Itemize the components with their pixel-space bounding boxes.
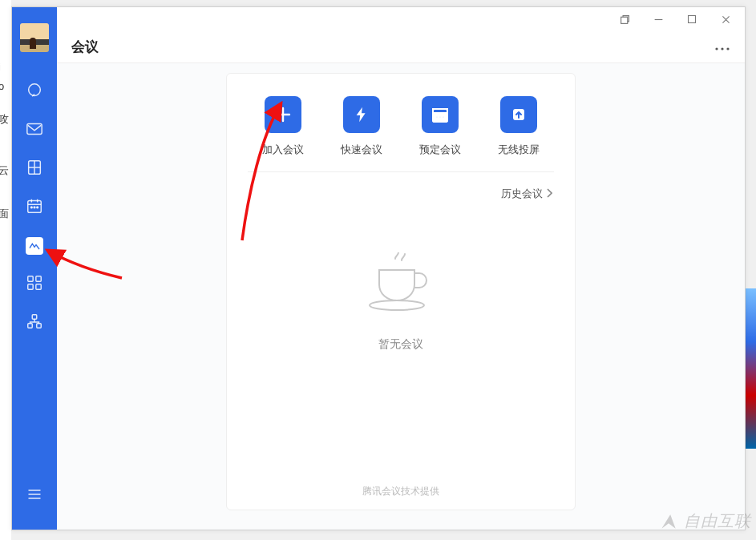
docs-icon [26,159,43,179]
cast-icon [500,96,537,133]
calendar-icon [422,96,459,133]
calendar-small-icon [26,197,43,218]
svg-rect-10 [36,284,41,289]
empty-state: 暂无会议 [249,233,552,477]
background-right-strip [746,0,756,540]
workbench-icon [26,312,43,333]
avatar[interactable] [20,23,49,52]
join-meeting-button[interactable]: 加入会议 [249,96,317,157]
sidebar-item-menu[interactable] [12,477,57,515]
main-area: 会议 加入会议 快 [57,7,745,530]
schedule-meeting-button[interactable]: 预定会议 [406,96,474,157]
sidebar-item-workbench[interactable] [12,304,57,342]
svg-point-22 [436,116,439,119]
svg-rect-12 [28,324,33,328]
sidebar-item-meeting[interactable] [12,227,57,265]
sidebar-item-apps[interactable] [12,265,57,304]
svg-rect-15 [689,16,696,23]
minimize-button[interactable] [647,10,669,28]
provider-footer: 腾讯会议技术提供 [249,477,552,498]
coffee-cup-icon [365,252,437,320]
svg-rect-13 [37,324,42,328]
maximize-button[interactable] [681,10,703,28]
content-area: 加入会议 快速会议 预定会议 [57,63,745,530]
svg-rect-8 [36,276,41,281]
svg-point-23 [439,116,442,119]
background-left-strip: i o 攻 云 面 [0,0,11,540]
action-row: 加入会议 快速会议 预定会议 [249,96,552,157]
page-title: 会议 [71,38,99,56]
quick-meeting-label: 快速会议 [341,143,382,157]
hamburger-icon [26,487,42,505]
bolt-icon [343,96,380,133]
app-window: 会议 加入会议 快 [11,6,746,530]
quick-meeting-button[interactable]: 快速会议 [328,96,395,157]
history-meetings-link[interactable]: 历史会议 [501,187,552,201]
svg-point-5 [34,207,35,208]
sidebar-item-docs[interactable] [12,150,57,188]
svg-rect-14 [621,17,627,23]
svg-point-17 [721,47,723,50]
sidebar-item-mail[interactable] [12,111,57,150]
sidebar-item-calendar[interactable] [12,188,57,227]
pop-out-button[interactable] [613,10,636,28]
wireless-cast-label: 无线投屏 [498,143,540,157]
svg-point-4 [30,207,32,208]
more-button[interactable] [714,38,730,55]
svg-point-26 [370,300,424,310]
watermark-text: 自由互联 [684,510,751,532]
meeting-icon [26,237,43,255]
sidebar [12,7,57,530]
close-button[interactable] [714,10,737,28]
svg-point-6 [37,207,38,208]
watermark: 自由互联 [658,510,751,532]
chevron-right-icon [546,188,552,200]
window-titlebar [57,7,745,31]
svg-rect-11 [32,315,37,320]
svg-point-24 [443,116,445,119]
empty-text: 暂无会议 [378,337,423,352]
schedule-meeting-label: 预定会议 [419,143,461,157]
history-link-label: 历史会议 [501,187,543,201]
meeting-card: 加入会议 快速会议 预定会议 [226,73,576,510]
wireless-cast-button[interactable]: 无线投屏 [485,96,552,157]
join-meeting-label: 加入会议 [262,143,304,157]
plus-icon [265,96,301,133]
chat-icon [26,82,43,103]
page-header: 会议 [57,31,745,63]
sidebar-item-chat[interactable] [12,73,57,111]
divider [248,171,554,172]
svg-rect-9 [28,284,33,289]
svg-rect-1 [27,124,42,135]
svg-rect-7 [28,276,33,281]
svg-point-18 [726,47,729,50]
apps-icon [26,274,43,295]
mail-icon [26,121,43,140]
svg-point-16 [715,47,718,50]
svg-point-0 [29,84,41,96]
